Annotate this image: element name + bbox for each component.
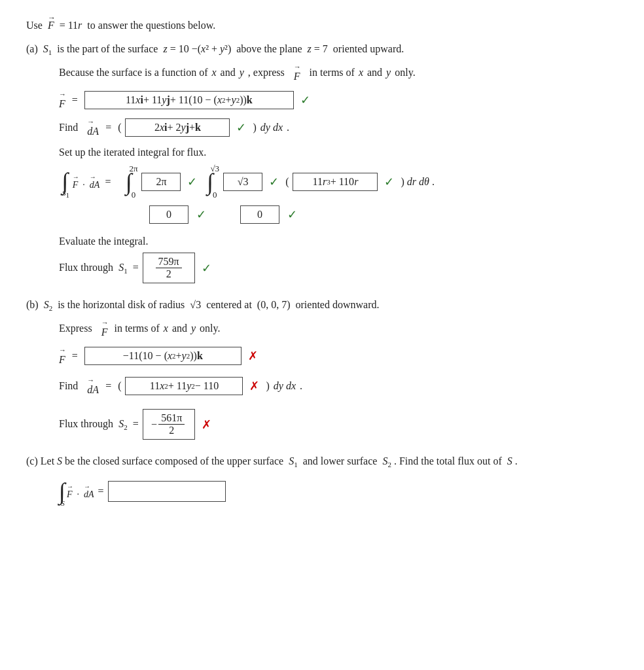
- find-dA-a-line: Find dA → = ( 2xi + 2yj + k ✓ )dy dx .: [59, 118, 618, 137]
- F-check-a: ✓: [300, 93, 310, 107]
- lower-limit-box1-a[interactable]: 0: [149, 205, 188, 224]
- iterated-integral-a: ∫ S1 F→ · dA→ = 2π ∫ 0 2π ✓: [59, 164, 618, 200]
- lhs-integral-a: ∫ S1 F→ · dA→ =: [59, 166, 116, 199]
- part-a: (a) S1 is the part of the surface z = 10…: [26, 43, 618, 283]
- dA-value-box-a[interactable]: 2xi + 2yj + k: [125, 118, 230, 137]
- express-F-b-label: Express F → in terms of x and y only.: [59, 319, 618, 338]
- part-b-label: (b) S2 is the horizontal disk of radius …: [26, 299, 618, 312]
- lower-limits-row-a: 0 ✓ 0 ✓: [149, 205, 618, 224]
- flux-s1-line: Flux through S1 = 759π 2 ✓: [59, 253, 618, 283]
- part-b-body: Express F → in terms of x and y only. F …: [59, 319, 618, 440]
- dA-cross-b: ✗: [249, 379, 259, 393]
- equals-a: =: [105, 176, 111, 188]
- F-cross-b: ✗: [248, 349, 258, 363]
- flux-s1-label: Flux through S1 =: [59, 262, 139, 275]
- int-s1-integrand: F→ · dA→: [73, 173, 100, 190]
- dA-value-box-b[interactable]: 11x2 + 11y2 − 110: [125, 377, 243, 395]
- F-value-box-a[interactable]: 11xi + 11yj + 11(10 − (x2 + y2))k: [84, 91, 294, 109]
- integrand-box-a[interactable]: 11r3 + 110r: [293, 173, 378, 191]
- evaluate-label-a: Evaluate the integral.: [59, 236, 618, 247]
- dA-label-b: dA →: [87, 376, 99, 396]
- express-F-label: Because the surface is a function of x a…: [59, 63, 618, 82]
- lower-limit-box2-a[interactable]: 0: [240, 205, 279, 224]
- flux-total-box[interactable]: [108, 481, 226, 502]
- problem-intro: Use F→ = 11r to answer the questions bel…: [26, 20, 618, 31]
- part-b: (b) S2 is the horizontal disk of radius …: [26, 299, 618, 440]
- flux-s1-numerator: 759π: [156, 256, 182, 268]
- F-vector-intro: F→: [48, 20, 54, 31]
- int-S-integrand: F→ · dA→: [67, 483, 94, 500]
- int-S: ∫ S: [59, 476, 65, 507]
- flux-s1-box[interactable]: 759π 2: [143, 253, 195, 283]
- part-c-label: (c) Let S be the closed surface composed…: [26, 455, 618, 468]
- flux-s2-line: Flux through S2 = − 561π 2 ✗: [59, 409, 618, 440]
- flux-s2-numerator: 561π: [158, 412, 185, 425]
- upper-limit2-check-a: ✓: [269, 175, 279, 189]
- flux-cross-b: ✗: [202, 417, 211, 432]
- F-vector-b: F →: [101, 319, 108, 338]
- upper-limit-box2-a[interactable]: √3: [223, 173, 262, 191]
- part-c: (c) Let S be the closed surface composed…: [26, 455, 618, 506]
- dA-label-a: dA →: [87, 118, 99, 137]
- flux-s2-denominator: 2: [166, 425, 177, 436]
- int2-a: √3 ∫ 0: [201, 164, 219, 200]
- int-s1: ∫ S1: [59, 166, 71, 199]
- F-vec-label-b: F →: [59, 346, 65, 366]
- F-expression-b: F → = −11(10 − (x2 + y2))k ✗: [59, 346, 618, 366]
- flux-s2-fraction: 561π 2: [158, 412, 185, 436]
- find-dA-b-line: Find dA → = ( 11x2 + 11y2 − 110 ✗ )dy dx…: [59, 376, 618, 396]
- setup-label-a: Set up the iterated integral for flux.: [59, 147, 618, 158]
- int-S-lhs: ∫ S F→ · dA→ =: [59, 476, 104, 507]
- lower-check2-a: ✓: [287, 207, 297, 222]
- flux-s1-denominator: 2: [164, 268, 174, 280]
- upper-limit-box-a[interactable]: 2π: [141, 173, 181, 191]
- flux-total-line: ∫ S F→ · dA→ =: [59, 476, 618, 507]
- part-a-label: (a) S1 is the part of the surface z = 10…: [26, 43, 618, 56]
- int2-lower-a: 0: [213, 190, 217, 200]
- dA-check-a: ✓: [236, 120, 246, 135]
- int1-a: 2π ∫ 0: [120, 164, 137, 200]
- F-vec-label-a: F →: [59, 90, 65, 110]
- integrand-check-a: ✓: [384, 175, 394, 189]
- part-a-body: Because the surface is a function of x a…: [59, 63, 618, 283]
- int1-lower-a: 0: [132, 190, 136, 200]
- equals-c: =: [98, 485, 104, 497]
- integrand-suffix-a: ) dr dθ .: [398, 176, 434, 188]
- integrand-paren-a: (: [285, 176, 289, 188]
- F-vector-a: F →: [294, 63, 300, 82]
- int-s1-upper: [69, 166, 71, 173]
- flux-s1-fraction: 759π 2: [156, 256, 182, 280]
- int-s1-lower: S1: [62, 189, 69, 199]
- F-expression-a: F → = 11xi + 11yj + 11(10 − (x2 + y2))k …: [59, 90, 618, 110]
- upper-limit-check-a: ✓: [187, 175, 197, 189]
- flux-s2-label: Flux through S2 =: [59, 418, 139, 431]
- F-value-box-b[interactable]: −11(10 − (x2 + y2))k: [84, 347, 241, 365]
- flux-s1-check: ✓: [202, 261, 211, 275]
- lower-check1-a: ✓: [196, 207, 206, 222]
- flux-s2-box[interactable]: − 561π 2: [143, 409, 195, 440]
- part-c-body: ∫ S F→ · dA→ =: [59, 476, 618, 507]
